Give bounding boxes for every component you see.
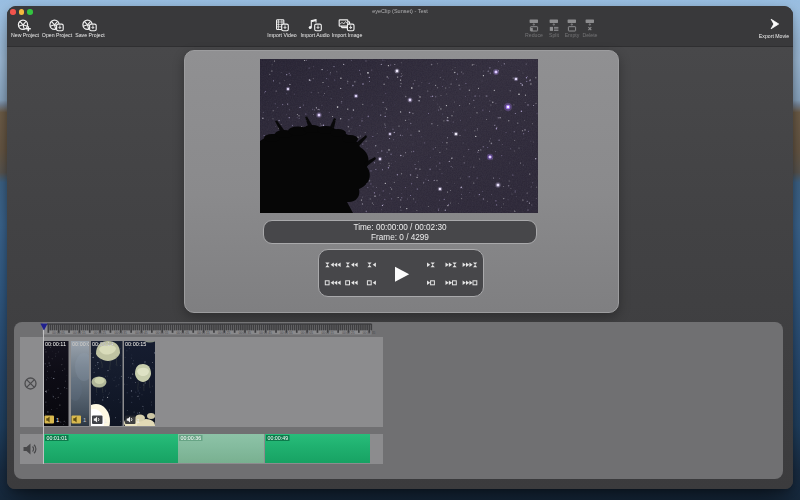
svg-text:00:00:55: 00:00:55 — [156, 331, 169, 335]
svg-text:00:00:05: 00:00:05 — [52, 331, 65, 335]
svg-text:00:01:45: 00:01:45 — [259, 331, 272, 335]
svg-text:00:00:45: 00:00:45 — [135, 331, 148, 335]
svg-text:00:02:25: 00:02:25 — [342, 331, 355, 335]
svg-text:00:01:25: 00:01:25 — [218, 331, 231, 335]
svg-text:00:01:55: 00:01:55 — [280, 331, 293, 335]
svg-text:00:01:15: 00:01:15 — [197, 331, 210, 335]
svg-text:00:00:25: 00:00:25 — [94, 331, 107, 335]
svg-text:00:02:15: 00:02:15 — [321, 331, 334, 335]
svg-text:00:00:35: 00:00:35 — [114, 331, 127, 335]
svg-text:00:02:05: 00:02:05 — [301, 331, 314, 335]
svg-text:00:01:35: 00:01:35 — [239, 331, 252, 335]
svg-text:00:00:15: 00:00:15 — [73, 331, 86, 335]
svg-text:00:01:05: 00:01:05 — [177, 331, 190, 335]
svg-text:00:02:35: 00:02:35 — [363, 331, 376, 335]
